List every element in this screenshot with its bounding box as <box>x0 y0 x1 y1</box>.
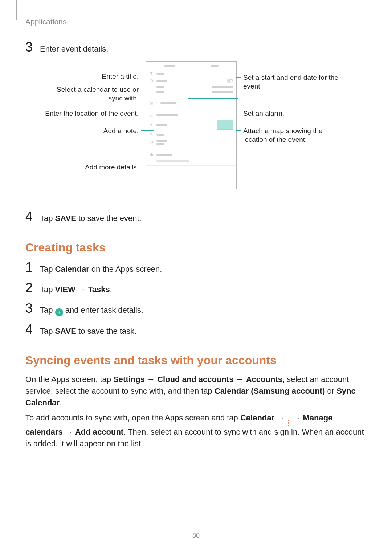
heading-creating-tasks: Creating tasks <box>25 241 367 254</box>
callout-location: Enter the location of the event. <box>45 109 139 118</box>
page-number: 80 <box>0 532 392 539</box>
bold-text: Calendar (Samsung account) <box>215 386 325 395</box>
kebab-icon <box>287 420 290 426</box>
placeholder-field <box>156 80 167 82</box>
placeholder-field <box>156 134 164 136</box>
leader-line <box>144 90 154 90</box>
tasks-step-4: 4 Tap SAVE to save the task. <box>25 323 367 337</box>
placeholder-label <box>156 86 164 88</box>
bold-text: Add account <box>75 427 123 436</box>
row-more-sub <box>146 159 236 163</box>
header-accent-bar <box>16 0 17 20</box>
text: To add accounts to sync with, open the A… <box>25 413 240 422</box>
step-text: Enter event details. <box>40 41 108 55</box>
placeholder-sublabel <box>156 160 189 162</box>
callout-line1: Attach a map showing the <box>243 127 323 135</box>
tasks-step-3: 3 Tap + and enter task details. <box>25 302 367 316</box>
arrow: → <box>290 413 303 422</box>
callout-select-calendar: Select a calendar to use or sync with. <box>57 85 139 103</box>
text: to save the task. <box>76 327 136 336</box>
leader-line <box>235 119 238 119</box>
step-number: 1 <box>25 261 40 274</box>
bold-text: Tasks <box>88 285 110 294</box>
plus-circle-icon: + <box>55 308 63 316</box>
leader-brace <box>238 77 238 98</box>
callout-line2: sync with. <box>109 94 139 102</box>
placeholder-label <box>164 65 175 67</box>
divider <box>146 97 236 97</box>
tasks-step-2: 2 Tap VIEW → Tasks. <box>25 281 367 295</box>
text: Tap <box>40 285 55 294</box>
step-number: 3 <box>25 302 40 315</box>
text-icon: T <box>149 71 154 76</box>
phone-titlebar <box>146 62 236 70</box>
placeholder-field <box>156 124 167 126</box>
heading-syncing: Syncing events and tasks with your accou… <box>25 354 367 367</box>
arrow: → <box>274 413 287 422</box>
callout-enter-title: Enter a title. <box>102 72 139 81</box>
row-calendar: ▧ • <box>146 99 236 107</box>
step-number: 2 <box>25 281 40 294</box>
divider <box>146 165 236 166</box>
step-text: Tap VIEW → Tasks. <box>40 282 112 295</box>
row-end <box>146 90 236 95</box>
arrow: → <box>63 427 75 436</box>
arrow: → <box>75 285 88 294</box>
step-text: Tap SAVE to save the event. <box>40 211 142 224</box>
leader-line <box>141 130 154 131</box>
placeholder-field <box>156 140 167 142</box>
leader-line <box>144 151 191 151</box>
placeholder-label <box>211 65 219 67</box>
callout-line1: Select a calendar to use or <box>57 86 139 93</box>
step-number: 4 <box>25 323 40 336</box>
placeholder-label <box>156 91 164 93</box>
phone-mock: T ◷ ▧ • <box>146 61 237 189</box>
plus-icon: ⊕ <box>149 153 154 157</box>
text: on the Apps screen. <box>89 264 162 274</box>
text: . <box>110 285 112 294</box>
syncing-para-2: To add accounts to sync with, open the A… <box>25 412 367 450</box>
step-number: 3 <box>25 41 40 54</box>
row-alarm: △ <box>146 111 236 119</box>
bold-text: SAVE <box>55 214 76 223</box>
bold-text: Accounts <box>246 375 282 384</box>
arrow: → <box>145 375 157 384</box>
leader-brace <box>188 82 188 98</box>
placeholder-field <box>156 154 172 156</box>
placeholder-field <box>156 114 178 116</box>
note-icon: ✎ <box>149 132 154 137</box>
text: or <box>325 386 336 395</box>
allday-toggle <box>227 79 233 83</box>
callout-line2: event. <box>243 82 262 90</box>
text: and enter task details. <box>63 305 143 315</box>
text: Tap <box>40 264 55 274</box>
header-section-label: Applications <box>25 17 367 26</box>
leader-line <box>141 76 154 76</box>
step-text: Tap Calendar on the Apps screen. <box>40 262 162 275</box>
row-more: ⊕ <box>146 151 236 159</box>
row-repeat: ↻ <box>146 138 236 147</box>
callout-line1: Set a start and end date for the <box>243 74 338 81</box>
callout-more: Add more details. <box>85 163 139 172</box>
bell-icon: △ <box>149 113 154 117</box>
bold-text: VIEW <box>55 285 75 294</box>
leader-line <box>144 106 154 106</box>
text: to save the event. <box>76 214 142 223</box>
repeat-icon: ↻ <box>149 140 154 144</box>
leader-brace <box>191 151 191 176</box>
placeholder-field <box>156 143 164 145</box>
step-number: 4 <box>25 210 40 223</box>
manual-page: Applications 3 Enter event details. T ◷ <box>0 0 392 554</box>
leader-line <box>236 77 241 78</box>
leader-line <box>141 167 144 167</box>
pin-icon: ⌖ <box>149 123 154 127</box>
bold-text: Calendar <box>55 264 89 274</box>
leader-line <box>188 98 238 99</box>
callout-set-date: Set a start and end date for the event. <box>243 73 338 91</box>
step-text: Tap + and enter task details. <box>40 303 143 316</box>
bold-text: Calendar <box>240 413 274 422</box>
bold-text: Cloud and accounts <box>157 375 233 384</box>
callout-note: Add a note. <box>103 127 139 135</box>
map-thumbnail <box>217 120 233 130</box>
leader-brace <box>238 119 238 131</box>
